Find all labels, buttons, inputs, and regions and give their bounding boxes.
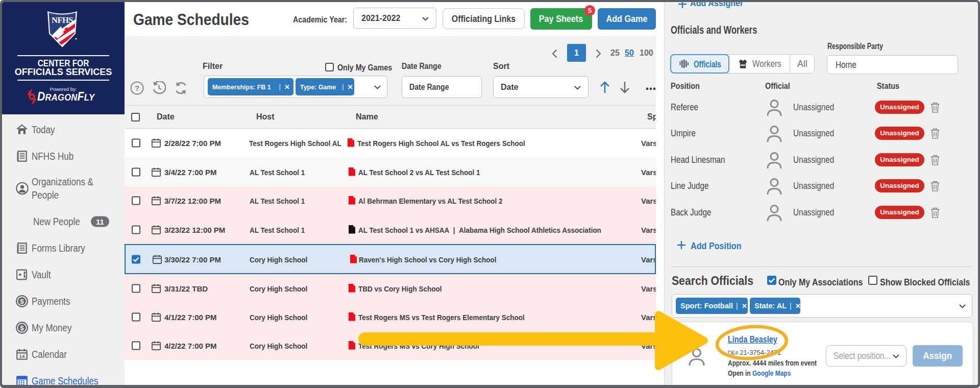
svg-text:NFHS: NFHS (52, 15, 73, 25)
svg-text:?: ? (135, 84, 139, 92)
svg-text:$: $ (20, 298, 24, 305)
svg-text:$: $ (20, 324, 24, 332)
svg-text:14: 14 (19, 353, 25, 359)
